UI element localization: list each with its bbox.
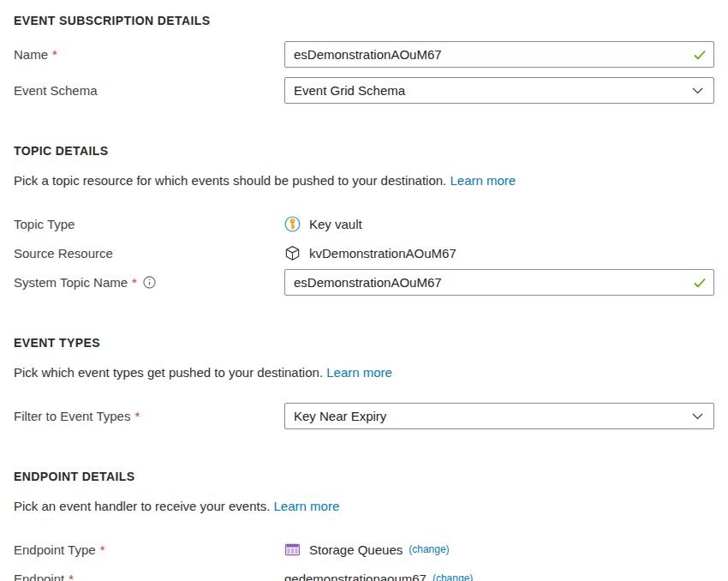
name-label-text: Name xyxy=(14,47,48,62)
event-types-description-text: Pick which event types get pushed to you… xyxy=(14,365,323,380)
chevron-down-icon xyxy=(692,87,703,94)
endpoint-details-rows: Endpoint Type * Storage Queues xyxy=(14,536,714,581)
chevron-down-icon xyxy=(692,413,703,420)
topic-type-label-text: Topic Type xyxy=(14,217,75,231)
event-schema-label: Event Schema xyxy=(14,83,284,98)
filter-event-types-label-text: Filter to Event Types xyxy=(14,409,130,423)
event-types-learn-more-link[interactable]: Learn more xyxy=(326,365,392,380)
source-resource-label: Source Resource xyxy=(14,246,284,261)
endpoint-row: Endpoint * qedemonstrationaoum67 (change… xyxy=(14,566,714,581)
topic-type-label: Topic Type xyxy=(14,217,284,231)
endpoint-details-description: Pick an event handler to receive your ev… xyxy=(14,499,714,514)
storage-queue-icon xyxy=(284,542,301,558)
topic-details-rows: Topic Type Key vault xyxy=(14,211,714,296)
event-schema-label-text: Event Schema xyxy=(14,83,98,98)
event-schema-dropdown[interactable]: Event Grid Schema xyxy=(284,77,714,104)
source-resource-row: Source Resource kvDemonstrationAOuM67 xyxy=(14,240,714,266)
name-label: Name * xyxy=(14,47,284,62)
name-input[interactable] xyxy=(284,41,714,68)
system-topic-name-input[interactable] xyxy=(284,269,714,296)
required-marker: * xyxy=(69,572,74,581)
section-title-event-types: EVENT TYPES xyxy=(14,336,714,350)
endpoint-label-text: Endpoint xyxy=(14,572,64,581)
required-marker: * xyxy=(132,275,137,290)
section-title-endpoint-details: ENDPOINT DETAILS xyxy=(14,470,714,483)
filter-event-types-selected-value: Key Near Expiry xyxy=(294,409,386,423)
topic-type-value: Key vault xyxy=(284,216,714,232)
endpoint-value-text: qedemonstrationaoum67 xyxy=(284,572,427,581)
source-resource-label-text: Source Resource xyxy=(14,246,113,261)
topic-details-description: Pick a topic resource for which events s… xyxy=(14,173,714,189)
event-schema-row: Event Schema Event Grid Schema xyxy=(14,77,714,104)
event-schema-selected-value: Event Grid Schema xyxy=(294,83,405,98)
endpoint-details-description-text: Pick an event handler to receive your ev… xyxy=(14,499,270,513)
endpoint-type-value: Storage Queues (change) xyxy=(284,542,714,558)
endpoint-type-change-link[interactable]: (change) xyxy=(409,543,449,555)
system-topic-name-row: System Topic Name * xyxy=(14,269,714,296)
required-marker: * xyxy=(100,542,105,557)
endpoint-type-row: Endpoint Type * Storage Queues xyxy=(14,536,714,562)
event-types-description: Pick which event types get pushed to you… xyxy=(14,365,714,380)
section-title-event-subscription-details: EVENT SUBSCRIPTION DETAILS xyxy=(14,14,714,27)
key-vault-icon xyxy=(284,216,301,232)
topic-details-learn-more-link[interactable]: Learn more xyxy=(450,173,516,188)
section-title-topic-details: TOPIC DETAILS xyxy=(14,144,714,158)
topic-type-value-text: Key vault xyxy=(309,217,362,231)
endpoint-value: qedemonstrationaoum67 (change) xyxy=(284,572,714,581)
required-marker: * xyxy=(52,47,57,62)
system-topic-name-label-text: System Topic Name xyxy=(14,275,128,290)
event-types-rows: Filter to Event Types * Key Near Expiry xyxy=(14,403,714,429)
endpoint-type-label: Endpoint Type * xyxy=(14,542,284,557)
filter-event-types-dropdown[interactable]: Key Near Expiry xyxy=(284,403,714,429)
topic-details-description-text: Pick a topic resource for which events s… xyxy=(14,173,446,188)
create-event-subscription-form: EVENT SUBSCRIPTION DETAILS Name * Event … xyxy=(0,0,728,581)
cube-icon xyxy=(284,245,301,261)
name-row: Name * xyxy=(14,41,714,68)
required-marker: * xyxy=(134,409,140,423)
event-subscription-rows: Name * Event Schema Event Grid Schema xyxy=(14,41,714,104)
source-resource-value-text: kvDemonstrationAOuM67 xyxy=(309,246,456,261)
source-resource-value: kvDemonstrationAOuM67 xyxy=(284,245,714,261)
endpoint-type-value-text: Storage Queues xyxy=(309,542,403,557)
endpoint-details-learn-more-link[interactable]: Learn more xyxy=(274,499,340,513)
topic-type-row: Topic Type Key vault xyxy=(14,211,714,237)
filter-event-types-row: Filter to Event Types * Key Near Expiry xyxy=(14,403,714,429)
endpoint-type-label-text: Endpoint Type xyxy=(14,542,96,557)
filter-event-types-label: Filter to Event Types * xyxy=(14,409,284,423)
system-topic-name-label: System Topic Name * xyxy=(14,275,284,290)
info-icon[interactable] xyxy=(143,276,156,289)
endpoint-change-link[interactable]: (change) xyxy=(433,572,473,581)
endpoint-label: Endpoint * xyxy=(14,572,284,581)
